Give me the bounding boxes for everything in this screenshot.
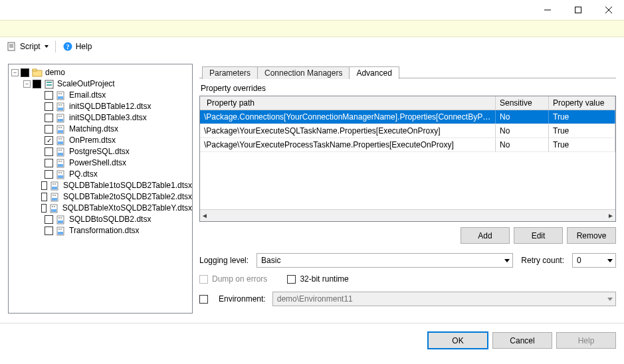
- tree-package-label[interactable]: Email.dtsx: [69, 90, 106, 101]
- environment-value: demo\Environment11: [277, 294, 353, 304]
- cell-sensitive: No: [496, 110, 549, 124]
- svg-rect-28: [58, 130, 63, 133]
- collapse-icon[interactable]: −: [11, 69, 19, 76]
- svg-rect-52: [52, 198, 57, 201]
- table-row[interactable]: \Package\YourExecuteProcessTaskName.Prop…: [200, 138, 615, 152]
- tree-package-label[interactable]: initSQLDBTable3.dtsx: [69, 112, 147, 124]
- remove-button[interactable]: Remove: [567, 227, 616, 244]
- toolbar: Script ? Help: [0, 37, 624, 56]
- environment-label: Environment:: [219, 294, 266, 304]
- svg-rect-20: [58, 108, 63, 110]
- tree-spacer: [35, 205, 39, 212]
- retry-count-label: Retry count:: [521, 256, 564, 265]
- add-button[interactable]: Add: [461, 227, 510, 244]
- tree-package-label[interactable]: PostgreSQL.dtsx: [69, 146, 130, 157]
- property-overrides-grid[interactable]: Property path Sensitive Property value \…: [199, 96, 616, 222]
- cell-property-path: \Package.Connections[YourConnectionManag…: [200, 110, 496, 124]
- package-tree[interactable]: − demo − Sca: [8, 64, 193, 314]
- tree-checkbox[interactable]: [45, 227, 53, 235]
- tree-root-label: demo: [45, 67, 65, 78]
- tree-spacer: [35, 137, 43, 144]
- tree-spacer: [35, 216, 43, 223]
- cancel-button[interactable]: Cancel: [492, 332, 552, 349]
- tree-checkbox[interactable]: [45, 159, 53, 167]
- svg-rect-48: [52, 187, 57, 189]
- tree-checkbox[interactable]: [45, 147, 53, 156]
- logging-level-value: Basic: [261, 256, 280, 265]
- tab-strip: Parameters Connection Managers Advanced: [199, 64, 616, 78]
- horizontal-scrollbar[interactable]: ◄ ►: [200, 209, 615, 221]
- retry-count-value: 0: [577, 256, 581, 265]
- tree-checkbox[interactable]: [45, 114, 53, 122]
- script-icon: [7, 41, 17, 52]
- tree-spacer: [35, 182, 39, 189]
- tree-package-label[interactable]: SQLDBtoSQLDB2.dtsx: [69, 214, 151, 225]
- svg-point-22: [60, 104, 62, 106]
- svg-point-25: [58, 116, 60, 117]
- tree-package-label[interactable]: PowerShell.dtsx: [69, 157, 126, 169]
- logging-level-label: Logging level:: [199, 256, 249, 265]
- tree-package-label[interactable]: SQLDBTable2toSQLDB2Table2.dtsx: [63, 191, 192, 203]
- minimize-button[interactable]: [532, 0, 563, 20]
- tree-package-label[interactable]: Transformation.dtsx: [69, 225, 140, 236]
- tree-checkbox[interactable]: [45, 102, 53, 111]
- svg-rect-16: [58, 96, 63, 99]
- tree-checkbox[interactable]: [45, 215, 53, 224]
- edit-button[interactable]: Edit: [514, 227, 563, 244]
- tree-checkbox[interactable]: [21, 68, 29, 77]
- col-sensitive[interactable]: Sensitive: [496, 96, 549, 110]
- svg-point-66: [60, 228, 62, 230]
- retry-count-select[interactable]: 0: [572, 253, 616, 268]
- help-button[interactable]: ? Help: [60, 40, 95, 53]
- tree-package-label[interactable]: initSQLDBTable12.dtsx: [69, 101, 151, 112]
- tree-package-label[interactable]: OnPrem.dtsx: [69, 135, 116, 146]
- tree-checkbox[interactable]: [45, 170, 53, 179]
- svg-rect-60: [58, 221, 63, 223]
- tree-checkbox[interactable]: [45, 125, 53, 134]
- scroll-right-icon[interactable]: ►: [607, 212, 614, 219]
- close-button[interactable]: [593, 0, 624, 20]
- chevron-down-icon: [607, 298, 613, 301]
- svg-rect-56: [51, 209, 56, 212]
- tree-checkbox[interactable]: [41, 204, 47, 213]
- cell-property-value: True: [549, 110, 615, 124]
- scroll-left-icon[interactable]: ◄: [201, 212, 208, 219]
- cell-property-path: \Package\YourExecuteProcessTaskName.Prop…: [200, 138, 496, 151]
- cell-sensitive: No: [496, 138, 549, 151]
- chevron-down-icon: [607, 259, 613, 262]
- table-row[interactable]: \Package.Connections[YourConnectionManag…: [200, 110, 615, 124]
- maximize-button[interactable]: [563, 0, 593, 20]
- tree-checkbox[interactable]: [33, 80, 41, 88]
- tree-checkbox[interactable]: [45, 136, 53, 145]
- tree-package-label[interactable]: SQLDBTable1toSQLDB2Table1.dtsx: [63, 180, 192, 191]
- table-row[interactable]: \Package\YourExecuteSQLTaskName.Properti…: [200, 124, 615, 138]
- svg-point-45: [58, 172, 60, 173]
- environment-checkbox[interactable]: [199, 295, 208, 304]
- package-icon: [56, 169, 66, 180]
- runtime-32bit-checkbox[interactable]: [287, 275, 296, 284]
- tab-advanced[interactable]: Advanced: [349, 66, 399, 79]
- script-button[interactable]: Script: [4, 40, 51, 53]
- tree-checkbox[interactable]: [41, 193, 47, 201]
- svg-point-33: [58, 138, 60, 139]
- tab-connection-managers[interactable]: Connection Managers: [257, 66, 350, 79]
- tab-parameters[interactable]: Parameters: [202, 66, 258, 79]
- tree-spacer: [35, 103, 43, 110]
- col-property-value[interactable]: Property value: [549, 96, 615, 110]
- collapse-icon[interactable]: −: [23, 80, 31, 88]
- package-icon: [56, 136, 66, 146]
- help-button-footer[interactable]: Help: [556, 332, 616, 349]
- tree-package-label[interactable]: Matching.dtsx: [69, 124, 118, 135]
- logging-level-select[interactable]: Basic: [257, 253, 513, 268]
- tree-checkbox[interactable]: [41, 181, 47, 190]
- script-dropdown-icon: [45, 45, 49, 48]
- col-property-path[interactable]: Property path: [200, 96, 496, 110]
- ok-button[interactable]: OK: [427, 331, 488, 349]
- property-overrides-label: Property overrides: [201, 84, 616, 93]
- tree-checkbox[interactable]: [45, 91, 53, 100]
- package-icon: [56, 147, 66, 157]
- tree-package-label[interactable]: SQLDBTableXtoSQLDB2TableY.dtsx: [62, 203, 192, 214]
- svg-rect-64: [58, 232, 63, 234]
- tree-package-label[interactable]: PQ.dtsx: [69, 169, 98, 180]
- svg-rect-1: [575, 7, 581, 13]
